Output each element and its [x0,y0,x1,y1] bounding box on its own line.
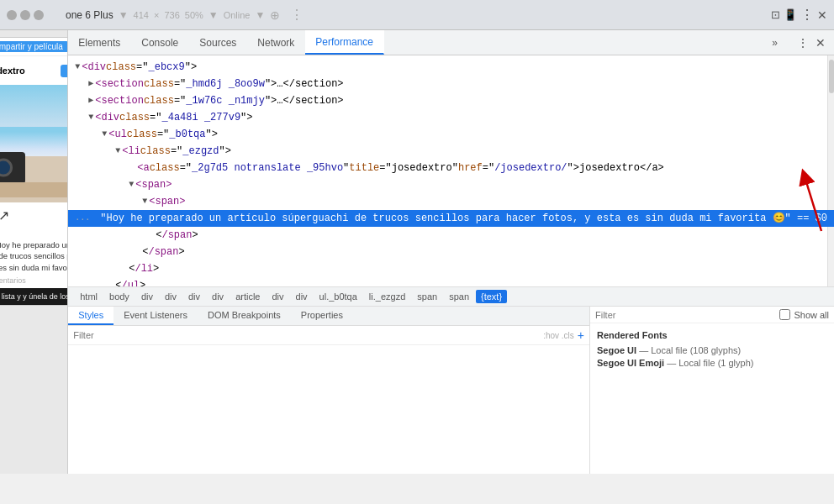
devtools-more-btn[interactable]: ⋮ [800,7,814,23]
dom-line-1[interactable]: ▼ <div class="_ebcx9"> [68,59,834,76]
expand-arrow-1[interactable]: ▼ [75,60,80,75]
share-icon[interactable]: ↗ [0,207,9,223]
panel-tab-properties[interactable]: Properties [291,307,353,325]
device-height: 736 [164,10,179,20]
dom-line-9[interactable]: ▼ <span> [68,193,834,210]
bottom-panels: Styles Event Listeners DOM Breakpoints P… [68,306,834,474]
rendered-fonts-section: Rendered Fonts Segoe UI — Local file (10… [590,323,834,377]
post-header: josedextro Seguir ··· [0,56,68,85]
expand-arrow-4[interactable]: ▼ [88,110,93,125]
expand-arrow-3[interactable]: ▶ [88,93,93,108]
breadcrumb-span2[interactable]: span [444,290,474,303]
devtools-settings-btn[interactable]: ⋮ [795,34,810,51]
post-actions: ♡ 💬 ↗ 🔖 [0,202,68,226]
dom-line-13[interactable]: </ul> [68,277,834,286]
dom-line-8[interactable]: ▼ <span> [68,176,834,193]
tab-sources[interactable]: Sources [189,30,247,55]
inspect-btn[interactable]: ⊡ [771,8,780,21]
dom-line-3[interactable]: ▶ <section class="_1w76c _n1mjy">…</sect… [68,92,834,109]
devtools-close-btn[interactable]: ✕ [814,34,827,51]
font-entry-1: Segoe UI — Local file (108 glyphs) [597,345,827,355]
styles-filter-row: :hov .cls + [68,326,589,345]
photo-strip: 📷 [0,182,68,197]
breadcrumb-div1[interactable]: div [136,290,158,303]
expand-arrow-6[interactable]: ▼ [115,144,120,159]
phone-preview: ◁ Compartir y película Follow josedextro… [0,30,68,474]
breadcrumb-div3[interactable]: div [183,290,205,303]
post-image: 📷 [0,85,68,202]
breadcrumb-article[interactable]: article [230,290,265,303]
dom-line-2[interactable]: ▶ <section class="_hmd6j _8oo9w">…</sect… [68,76,834,92]
computed-panel: Show all Rendered Fonts Segoe UI — Local… [590,307,834,474]
breadcrumb-body[interactable]: body [104,290,135,303]
tab-console[interactable]: Console [131,30,189,55]
post-footer: Añádelos a tu lista y y únela de los ami… [0,288,68,305]
follow-button[interactable]: Seguir [61,65,68,77]
styles-filter-pseudo[interactable]: :hov .cls [543,331,574,340]
breadcrumb-div6[interactable]: div [291,290,313,303]
more-options-btn[interactable]: ⋮ [290,7,304,23]
dom-line-11[interactable]: </span> [68,244,834,260]
font-name-1: Segoe UI [597,345,636,355]
device-toggle-btn[interactable]: 📱 [784,8,797,21]
dom-line-4[interactable]: ▼ <div class="_4a48i _277v9"> [68,109,834,126]
scrollbar-thumb[interactable] [829,60,834,93]
dom-line-5[interactable]: ▼ <ul class="_b0tqa"> [68,126,834,143]
device-width: 414 [134,10,149,20]
computed-filter-row: Show all [590,307,834,323]
breadcrumb-div5[interactable]: div [267,290,288,303]
font-source-2: — Local file (1 glyph) [667,358,753,368]
panel-tab-dom-breakpoints[interactable]: DOM Breakpoints [198,307,291,325]
breadcrumb-li[interactable]: li._ezgzd [364,290,410,303]
panel-tabs: Styles Event Listeners DOM Breakpoints P… [68,307,589,326]
breadcrumb-text[interactable]: {text} [476,290,507,303]
dom-tree: ▼ <div class="_ebcx9"> ▶ <section class=… [68,55,834,286]
styles-panel: Styles Event Listeners DOM Breakpoints P… [68,307,590,474]
styles-filter-input[interactable] [73,330,540,340]
panel-tab-styles[interactable]: Styles [68,307,113,325]
dom-line-12[interactable]: </li> [68,260,834,277]
tab-more[interactable]: » [762,30,789,55]
computed-filter-input[interactable] [595,310,776,320]
dom-line-selected[interactable]: ... "Hoy he preparado un artículo súperg… [68,210,834,227]
tab-elements[interactable]: Elements [68,30,131,55]
close-devtools-btn[interactable]: ✕ [817,8,827,22]
expand-arrow-5[interactable]: ▼ [102,127,107,142]
devtools-action-buttons: ⋮ ✕ [789,30,834,55]
breadcrumb-span1[interactable]: span [412,290,442,303]
tab-network[interactable]: Network [247,30,305,55]
show-all-row: Show all [779,309,829,320]
panel-tab-event-listeners[interactable]: Event Listeners [113,307,198,325]
breadcrumb-bar: html body div div div div article div di… [68,286,834,306]
camera-body [0,152,25,184]
scrollbar[interactable] [827,55,834,286]
devtools-panel: Elements Console Sources Network Perform… [68,30,834,474]
breadcrumb-ul[interactable]: ul._b0tqa [314,290,362,303]
breadcrumb-div2[interactable]: div [160,290,182,303]
expand-arrow-9[interactable]: ▼ [142,194,147,209]
zoom-level: 50% [185,10,203,20]
maximize-icon [34,10,44,20]
device-controls: one 6 Plus ▼ 414 × 736 50% ▼ Online ▼ ⊕ … [66,7,304,23]
instagram-action-btn[interactable]: Compartir y película [0,41,68,52]
styles-add-rule-btn[interactable]: + [578,328,584,342]
phone-frame: ◁ Compartir y película Follow josedextro… [0,37,68,306]
minimize-icon [20,10,30,20]
show-all-label: Show all [794,310,829,320]
tab-performance[interactable]: Performance [305,30,384,55]
browser-toolbar: one 6 Plus ▼ 414 × 736 50% ▼ Online ▼ ⊕ … [0,0,834,30]
view-comments-btn[interactable]: Ver las 4 comentarios [0,276,68,288]
caption-text: Hoy he preparado un artículo súperguachi… [0,240,68,272]
breadcrumb-html[interactable]: html [75,290,103,303]
dom-line-7[interactable]: <a class="_2g7d5 notranslate _95hvo" tit… [68,160,834,176]
dom-line-10[interactable]: </span> [68,227,834,244]
devtools-controls: ⊡ 📱 ⋮ ✕ [771,7,827,23]
breadcrumb-div4[interactable]: div [207,290,229,303]
expand-arrow-8[interactable]: ▼ [129,177,134,192]
dom-line-6[interactable]: ▼ <li class="_ezgzd"> [68,143,834,160]
network-mode: Online [224,10,251,20]
font-entry-2: Segoe UI Emoji — Local file (1 glyph) [597,358,827,368]
show-all-checkbox[interactable] [779,309,790,320]
expand-arrow-2[interactable]: ▶ [88,76,93,92]
camera-lens [0,159,13,177]
